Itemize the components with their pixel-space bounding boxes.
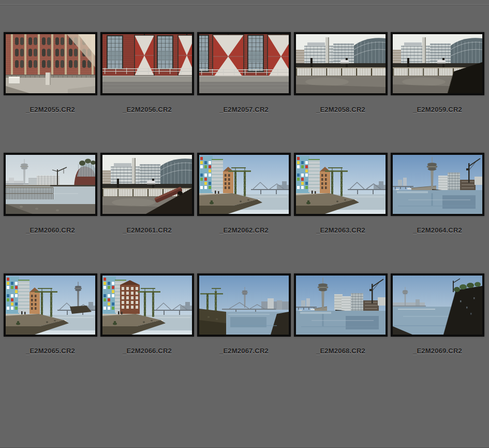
thumbnail-cell[interactable]: _E2M2063.CR2 [294, 153, 388, 273]
photo-thumbnail-harbor-dark-right-icon[interactable] [391, 273, 484, 337]
filename-label[interactable]: _E2M2056.CR2 [123, 106, 172, 113]
thumbnail-cell[interactable]: _E2M2061.CR2 [100, 153, 194, 273]
filename-label[interactable]: _E2M2060.CR2 [26, 226, 75, 234]
filename-label[interactable]: _E2M2059.CR2 [413, 106, 462, 113]
filename-label[interactable]: _E2M2055.CR2 [26, 106, 75, 113]
filename-label[interactable]: _E2M2063.CR2 [316, 226, 365, 234]
photo-thumbnail-harbor-bridge-icon[interactable] [197, 273, 291, 337]
toolbar-divider [0, 0, 489, 5]
filename-label[interactable]: _E2M2064.CR2 [413, 226, 462, 234]
filename-label[interactable]: _E2M2066.CR2 [123, 347, 172, 355]
photo-thumbnail-glass-apartments-dark-icon[interactable] [391, 32, 484, 95]
photo-thumbnail-tower-water-icon[interactable] [391, 153, 484, 216]
thumbnail-cell[interactable]: _E2M2056.CR2 [100, 32, 194, 153]
thumbnail-cell[interactable]: _E2M2060.CR2 [4, 153, 97, 273]
filename-label[interactable]: _E2M2062.CR2 [219, 226, 269, 234]
thumbnail-cell[interactable]: _E2M2068.CR2 [294, 273, 388, 394]
filename-label[interactable]: _E2M2069.CR2 [413, 347, 462, 355]
photo-thumbnail-glass-apartments-icon[interactable] [294, 32, 388, 95]
photo-thumbnail-quay-cranes-tower-icon[interactable] [4, 273, 97, 337]
thumbnail-cell[interactable]: _E2M2066.CR2 [100, 273, 194, 394]
thumbnail-cell[interactable]: _E2M2069.CR2 [391, 273, 484, 394]
filename-label[interactable]: _E2M2065.CR2 [26, 347, 75, 355]
photo-browser-canvas: _E2M2055.CR2_E2M2056.CR2_E2M2057.CR2_E2M… [0, 0, 489, 448]
photo-thumbnail-quay-buildings-icon[interactable] [100, 273, 194, 337]
photo-thumbnail-quay-cranes-icon[interactable] [197, 153, 291, 216]
thumbnail-cell[interactable]: _E2M2062.CR2 [197, 153, 291, 273]
thumbnail-cell[interactable]: _E2M2058.CR2 [294, 32, 388, 153]
filename-label[interactable]: _E2M2057.CR2 [219, 106, 269, 113]
filename-label[interactable]: _E2M2058.CR2 [316, 106, 365, 113]
thumbnail-cell[interactable]: _E2M2064.CR2 [391, 153, 484, 273]
photo-thumbnail-brick-facade-icon[interactable] [4, 32, 97, 95]
photo-thumbnail-harbor-tower-left-icon[interactable] [4, 153, 97, 216]
thumbnail-cell[interactable]: _E2M2055.CR2 [4, 32, 97, 153]
photo-thumbnail-red-white-shutters-wide-icon[interactable] [100, 32, 194, 95]
thumbnail-cell[interactable]: _E2M2065.CR2 [4, 273, 97, 394]
thumbnail-cell[interactable]: _E2M2057.CR2 [197, 32, 291, 153]
thumbnail-cell[interactable]: _E2M2059.CR2 [391, 32, 484, 153]
filename-label[interactable]: _E2M2068.CR2 [316, 347, 365, 355]
thumbnail-cell[interactable]: _E2M2067.CR2 [197, 273, 291, 394]
filename-label[interactable]: _E2M2061.CR2 [123, 226, 172, 234]
filename-label[interactable]: _E2M2067.CR2 [219, 347, 269, 355]
thumbnail-grid: _E2M2055.CR2_E2M2056.CR2_E2M2057.CR2_E2M… [4, 32, 484, 394]
photo-thumbnail-quay-cranes-bridge-icon[interactable] [294, 153, 388, 216]
photo-thumbnail-promenade-bench-icon[interactable] [100, 153, 194, 216]
photo-thumbnail-tower-water-2-icon[interactable] [294, 273, 388, 337]
photo-thumbnail-red-white-shutters-close-icon[interactable] [197, 32, 291, 95]
